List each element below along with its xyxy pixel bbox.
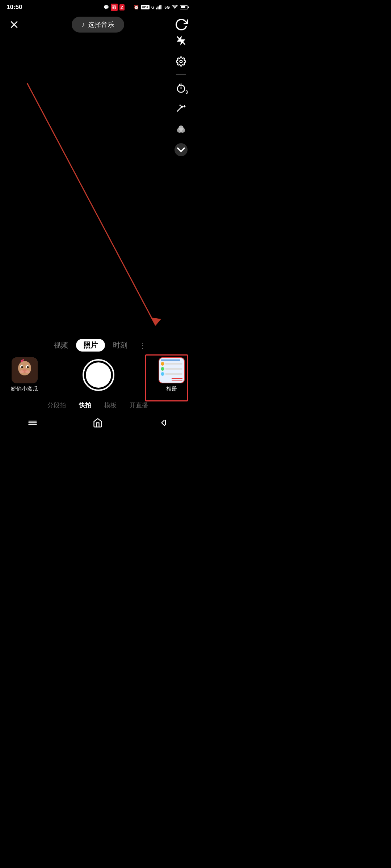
- settings-button[interactable]: [173, 54, 189, 69]
- status-bar: 10:50 💬 微 Z ⏰ HD2 G 5G: [0, 0, 196, 14]
- refresh-button[interactable]: [175, 18, 188, 31]
- select-music-button[interactable]: ♪ 选择音乐: [72, 17, 124, 33]
- nav-back-button[interactable]: [154, 417, 172, 428]
- flash-off-button[interactable]: [173, 33, 189, 48]
- album-thumbnail: [159, 357, 185, 383]
- svg-text:✦: ✦: [179, 104, 181, 106]
- news-icon: Z: [119, 4, 125, 10]
- hd2-badge: HD2: [141, 5, 150, 9]
- weibo-icon: 微: [111, 4, 118, 11]
- shutter-row: 娇俏小窝瓜: [0, 354, 196, 398]
- tab-video[interactable]: 视频: [46, 339, 76, 352]
- user-avatar-section[interactable]: 娇俏小窝瓜: [11, 357, 38, 392]
- mode-more-icon[interactable]: ⋮: [135, 340, 150, 351]
- shutter-button[interactable]: [83, 359, 114, 391]
- sub-mode-tabs: 分段拍 快拍 模板 开直播: [0, 398, 196, 414]
- signal-bars: [156, 4, 163, 10]
- more-options-button[interactable]: [175, 143, 188, 156]
- avatar-image: [12, 357, 38, 383]
- svg-line-13: [179, 84, 180, 85]
- icon-divider: [176, 75, 186, 75]
- status-time: 10:50: [7, 4, 22, 11]
- timer-button[interactable]: 3: [173, 80, 189, 96]
- color-filter-button[interactable]: [173, 122, 189, 138]
- svg-rect-5: [160, 5, 161, 9]
- bottom-controls: 视频 照片 时刻 ⋮: [0, 335, 196, 434]
- tab-moment[interactable]: 时刻: [105, 339, 135, 352]
- music-button-label: 选择音乐: [88, 20, 114, 29]
- nav-menu-button[interactable]: [24, 417, 42, 428]
- beauty-button[interactable]: ✦ ✦: [173, 101, 189, 117]
- svg-point-27: [20, 370, 24, 373]
- avatar-label: 娇俏小窝瓜: [11, 386, 38, 392]
- timer-number: 3: [185, 90, 188, 95]
- sub-tab-quick[interactable]: 快拍: [72, 400, 98, 411]
- album-label: 相册: [166, 386, 177, 392]
- svg-point-25: [27, 366, 29, 368]
- music-note-icon: ♪: [82, 21, 85, 29]
- svg-point-24: [21, 366, 23, 368]
- wifi-icon: [172, 4, 178, 10]
- svg-point-28: [25, 370, 30, 373]
- mode-tabs: 视频 照片 时刻 ⋮: [0, 335, 196, 354]
- message-icon: 💬: [104, 5, 109, 10]
- status-icons: 💬 微 Z ⏰ HD2 G 5G: [104, 4, 189, 11]
- svg-point-19: [178, 125, 184, 131]
- navigation-bar: [0, 414, 196, 434]
- right-toolbar: 3 ✦ ✦: [173, 33, 189, 156]
- svg-point-21: [18, 361, 31, 375]
- svg-rect-3: [157, 7, 159, 9]
- tab-photo[interactable]: 照片: [76, 339, 105, 352]
- svg-text:✦: ✦: [183, 105, 186, 108]
- svg-rect-2: [156, 8, 157, 9]
- svg-point-10: [180, 60, 182, 63]
- sub-tab-segment[interactable]: 分段拍: [41, 400, 72, 411]
- signal-5g: 5G: [164, 5, 170, 9]
- alarm-icon: ⏰: [134, 5, 139, 10]
- top-bar: ♪ 选择音乐: [0, 14, 196, 35]
- sub-tab-template[interactable]: 模板: [98, 400, 123, 411]
- svg-rect-4: [159, 5, 160, 9]
- nav-home-button[interactable]: [89, 417, 107, 428]
- sub-tab-live[interactable]: 开直播: [123, 400, 155, 411]
- signal-g: G: [151, 5, 155, 9]
- shutter-inner: [86, 362, 111, 388]
- svg-point-14: [181, 106, 183, 108]
- svg-point-29: [21, 360, 23, 362]
- svg-point-30: [22, 359, 24, 361]
- album-section[interactable]: 相册: [159, 357, 185, 392]
- close-button[interactable]: [7, 18, 21, 31]
- battery-icon: [180, 5, 189, 9]
